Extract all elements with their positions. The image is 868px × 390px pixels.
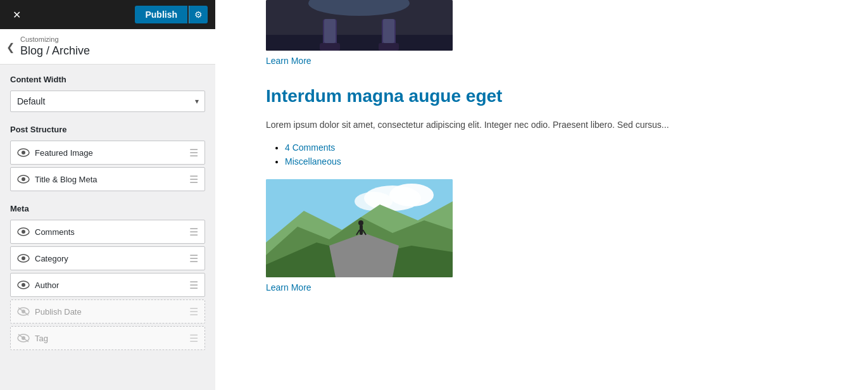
svg-rect-20 xyxy=(320,43,340,51)
top-bar: ✕ Publish ⚙ xyxy=(0,0,215,29)
svg-point-9 xyxy=(22,283,25,287)
author-label: Author xyxy=(35,280,189,290)
eye-icon xyxy=(17,173,30,186)
comments-label: Comments xyxy=(35,227,189,237)
customizing-label: Customizing xyxy=(20,35,205,43)
drag-handle-icon[interactable]: ☰ xyxy=(189,279,198,291)
learn-more-link-1[interactable]: Learn More xyxy=(266,56,843,66)
breadcrumb-bar: ❮ Customizing Blog / Archive xyxy=(0,29,215,65)
category-link[interactable]: Miscellaneous xyxy=(285,156,341,167)
content-width-select[interactable]: Default Full Width Narrow xyxy=(10,91,205,112)
svg-point-3 xyxy=(22,177,25,181)
learn-more-link-2[interactable]: Learn More xyxy=(266,282,843,292)
post-title: Interdum magna augue eget xyxy=(266,85,843,108)
post-meta-list: 4 Comments Miscellaneous xyxy=(266,142,843,167)
publish-date-label: Publish Date xyxy=(35,307,189,317)
close-button[interactable]: ✕ xyxy=(8,6,26,23)
post-featured-image-2 xyxy=(266,179,453,277)
image-svg-2 xyxy=(266,179,453,277)
left-panel: ✕ Publish ⚙ ❮ Customizing Blog / Archive… xyxy=(0,0,215,390)
post-featured-image-1 xyxy=(266,0,453,51)
publish-button[interactable]: Publish xyxy=(135,6,187,23)
list-item[interactable]: Title & Blog Meta ☰ xyxy=(10,167,205,191)
drag-handle-icon[interactable]: ☰ xyxy=(189,173,198,186)
svg-rect-33 xyxy=(360,225,363,235)
list-item[interactable]: Comments ☰ xyxy=(10,220,205,244)
gear-icon: ⚙ xyxy=(194,9,203,20)
drag-handle-icon[interactable]: ☰ xyxy=(189,226,198,238)
drag-handle-icon[interactable]: ☰ xyxy=(189,306,198,318)
publish-area: Publish ⚙ xyxy=(135,6,208,23)
list-item[interactable]: Tag ☰ xyxy=(10,326,205,350)
eye-icon xyxy=(17,146,30,159)
eye-icon xyxy=(17,279,30,291)
content-width-label: Content Width xyxy=(10,75,205,84)
publish-settings-button[interactable]: ⚙ xyxy=(189,6,208,23)
right-panel: Learn More Interdum magna augue eget Lor… xyxy=(215,0,868,390)
svg-rect-22 xyxy=(379,43,399,51)
title-blog-meta-label: Title & Blog Meta xyxy=(35,175,189,184)
post-structure-label: Post Structure xyxy=(10,125,205,134)
svg-point-5 xyxy=(22,230,25,234)
eye-off-icon xyxy=(17,332,30,344)
svg-point-27 xyxy=(389,184,434,206)
svg-point-7 xyxy=(22,256,25,260)
svg-point-1 xyxy=(22,151,25,154)
list-item[interactable]: Author ☰ xyxy=(10,273,205,297)
eye-off-icon xyxy=(17,305,30,318)
list-item[interactable]: Category ☰ xyxy=(10,246,205,270)
back-button[interactable]: ❮ xyxy=(6,41,15,53)
drag-handle-icon[interactable]: ☰ xyxy=(189,253,198,265)
category-label: Category xyxy=(35,254,189,263)
svg-rect-24 xyxy=(383,19,394,43)
svg-rect-23 xyxy=(324,19,336,43)
tag-label: Tag xyxy=(35,334,189,343)
content-width-select-wrapper: Default Full Width Narrow ▾ xyxy=(10,91,205,112)
svg-point-34 xyxy=(358,220,363,225)
drag-handle-icon[interactable]: ☰ xyxy=(189,332,198,344)
eye-icon xyxy=(17,225,30,238)
drag-handle-icon[interactable]: ☰ xyxy=(189,147,198,159)
svg-rect-18 xyxy=(266,35,453,51)
list-item[interactable]: Featured Image ☰ xyxy=(10,141,205,165)
list-item: 4 Comments xyxy=(285,142,843,153)
featured-image-label: Featured Image xyxy=(35,148,189,158)
page-title: Blog / Archive xyxy=(20,44,205,58)
panel-content: Content Width Default Full Width Narrow … xyxy=(0,65,215,390)
list-item: Miscellaneous xyxy=(285,156,843,167)
image-svg-1 xyxy=(266,0,453,51)
list-item[interactable]: Publish Date ☰ xyxy=(10,299,205,324)
meta-label: Meta xyxy=(10,204,205,213)
post-excerpt: Lorem ipsum dolor sit amet, consectetur … xyxy=(266,118,843,132)
comments-link[interactable]: 4 Comments xyxy=(285,142,335,153)
eye-icon xyxy=(17,252,30,265)
